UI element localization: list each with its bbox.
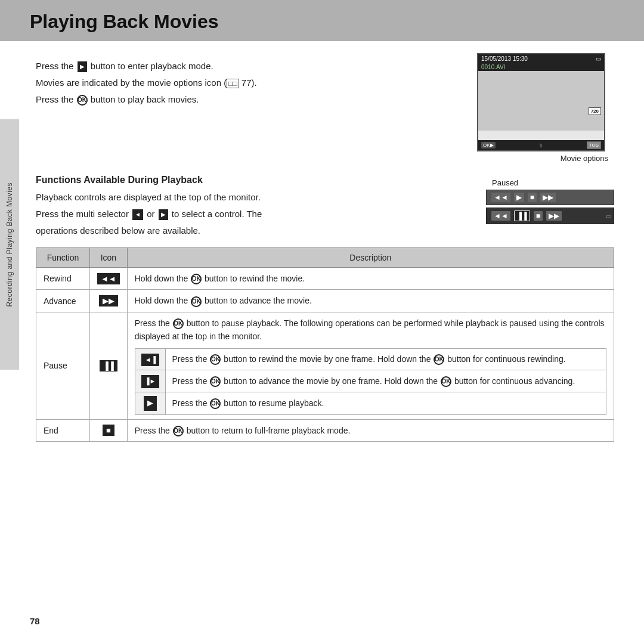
intro-text: Press the ▶ button to enter playback mod…: [36, 59, 465, 163]
icon-end: ■: [90, 419, 128, 441]
table-row-end: End ■ Press the OK button to return to f…: [36, 419, 614, 441]
col-header-description: Description: [127, 248, 614, 268]
func-pause: Pause: [36, 312, 90, 419]
right-arrow-icon: ▶: [159, 209, 168, 220]
intro-section: Press the ▶ button to enter playback mod…: [36, 59, 614, 163]
ok-icon-aframe: OK: [210, 376, 221, 387]
pb2-battery-icon: ▭: [606, 213, 611, 219]
ok-icon-rewind: OK: [191, 274, 202, 284]
sub-desc-advance-frame: Press the OK button to advance the movie…: [166, 370, 606, 392]
resume-symbol: ▶: [144, 396, 157, 411]
screen-top-bar: 15/05/2013 15:30 ▭: [478, 54, 604, 63]
screen-timer: 1: [540, 143, 543, 148]
left-arrow-icon: ◄: [132, 209, 143, 220]
intro-line3: Press the OK button to play back movies.: [36, 92, 465, 107]
advance-symbol: ▶▶: [99, 295, 118, 306]
sub-desc-rewind-frame: Press the OK button to rewind the movie …: [166, 348, 606, 370]
ok-icon-end: OK: [173, 426, 184, 436]
movie-options-label: Movie options: [477, 154, 614, 163]
paused-label: Paused: [486, 178, 614, 187]
sub-icon-resume: ▶: [135, 392, 166, 414]
col-header-function: Function: [36, 248, 90, 268]
sub-desc-resume: Press the OK button to resume playback.: [166, 392, 606, 414]
playback-bar-top: ◄◄ ▶ ■ ▶▶: [486, 190, 614, 205]
pb2-stop2-icon: ■: [534, 211, 543, 221]
pb-stop-icon: ■: [528, 193, 537, 202]
func-advance: Advance: [36, 290, 90, 312]
intro-line1: Press the ▶ button to enter playback mod…: [36, 59, 465, 73]
screen-battery-icon: ▭: [596, 55, 601, 62]
icon-advance: ▶▶: [90, 290, 128, 312]
pb2-pause-icon: ▐▐: [514, 210, 530, 221]
pb-rewind-icon: ◄◄: [491, 193, 510, 202]
screen-bottom-bar: OK▶ 1 TOS: [478, 140, 604, 150]
sub-icon-advance-frame: ▐►: [135, 370, 166, 392]
ok-icon-rframe: OK: [210, 354, 221, 365]
ok-icon-advance: OK: [191, 296, 202, 307]
sub-row-resume: ▶ Press the OK button to resume playback…: [135, 392, 606, 414]
paused-section: Paused ◄◄ ▶ ■ ▶▶ ◄◄ ▐▐ ■ ▶▶ ▭: [486, 178, 614, 224]
page-title: Playing Back Movies: [30, 11, 614, 33]
table-row-rewind: Rewind ◄◄ Hold down the OK button to rew…: [36, 268, 614, 290]
pause-symbol: ▐▐: [100, 360, 117, 371]
func-end: End: [36, 419, 90, 441]
table-row-advance: Advance ▶▶ Hold down the OK button to ad…: [36, 290, 614, 312]
ok-icon-pause: OK: [173, 318, 184, 329]
screen-ios-badge: TOS: [587, 141, 601, 149]
desc-advance: Hold down the OK button to advance the m…: [127, 290, 614, 312]
pb2-advance2-icon: ▶▶: [546, 211, 562, 221]
ok-button-icon: OK: [77, 95, 88, 106]
pb-play-icon: ▶: [514, 193, 524, 202]
pause-main-desc: Press the OK button to pause playback. T…: [135, 317, 606, 343]
icon-rewind: ◄◄: [90, 268, 128, 290]
rewind-frame-symbol: ◄▐: [141, 354, 160, 367]
ok-icon-resume: OK: [210, 398, 221, 409]
movie-options-icon: □□: [227, 79, 239, 88]
pause-sub-table: ◄▐ Press the OK button to rewind the mov…: [135, 348, 606, 415]
playback-button-icon: ▶: [78, 61, 87, 72]
pb-advance-icon: ▶▶: [540, 193, 556, 202]
icon-pause: ▐▐: [90, 312, 128, 419]
ok-icon-rframe2: OK: [434, 354, 444, 365]
screen-datetime: 15/05/2013 15:30: [481, 55, 528, 62]
sub-row-rewind-frame: ◄▐ Press the OK button to rewind the mov…: [135, 348, 606, 370]
main-content: Press the ▶ button to enter playback mod…: [0, 41, 644, 460]
advance-frame-symbol: ▐►: [141, 375, 160, 388]
screen-main-area: 720: [478, 71, 604, 131]
sub-row-advance-frame: ▐► Press the OK button to advance the mo…: [135, 370, 606, 392]
sub-icon-rewind-frame: ◄▐: [135, 348, 166, 370]
playback-bar-bottom: ◄◄ ▐▐ ■ ▶▶ ▭: [486, 208, 614, 224]
camera-display: 15/05/2013 15:30 ▭ 0010.AVI 720 OK▶ 1 TO…: [477, 53, 614, 163]
end-symbol: ■: [103, 425, 114, 436]
functions-table: Function Icon Description Rewind ◄◄ Hold…: [36, 247, 614, 442]
screen-ok-btn: OK▶: [481, 142, 496, 148]
screen-filename: 0010.AVI: [478, 63, 604, 71]
pb2-rewind-icon: ◄◄: [491, 211, 510, 221]
desc-pause: Press the OK button to pause playback. T…: [127, 312, 614, 419]
intro-line2: Movies are indicated by the movie option…: [36, 76, 465, 90]
func-rewind: Rewind: [36, 268, 90, 290]
desc-end: Press the OK button to return to full-fr…: [127, 419, 614, 441]
camera-screen: 15/05/2013 15:30 ▭ 0010.AVI 720 OK▶ 1 TO…: [477, 53, 605, 151]
ok-icon-aframe2: OK: [441, 376, 451, 387]
screen-720-badge: 720: [589, 107, 601, 115]
table-row-pause: Pause ▐▐ Press the OK button to pause pl…: [36, 312, 614, 419]
functions-line3: operations described below are available…: [36, 224, 614, 238]
col-header-icon: Icon: [90, 248, 128, 268]
title-bar: Playing Back Movies: [0, 0, 644, 41]
page-number: 78: [30, 616, 40, 626]
desc-rewind: Hold down the OK button to rewind the mo…: [127, 268, 614, 290]
rewind-symbol: ◄◄: [97, 273, 120, 284]
